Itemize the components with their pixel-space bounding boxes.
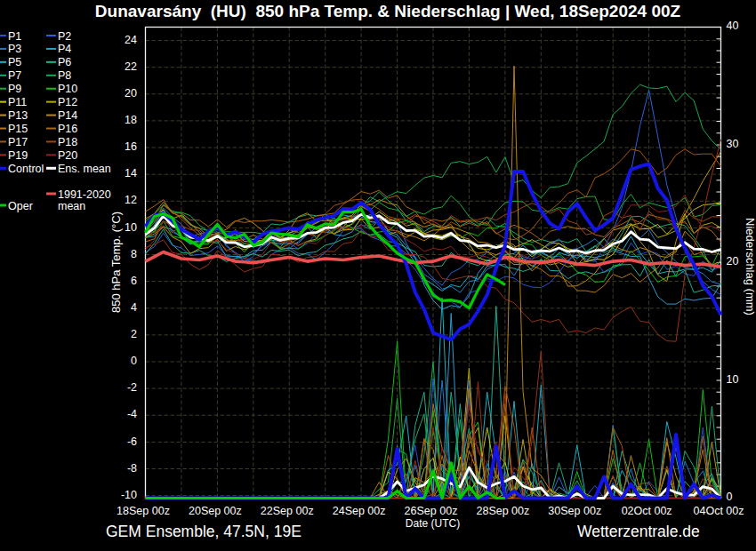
svg-text:24: 24 bbox=[125, 34, 137, 46]
svg-text:1991-2020: 1991-2020 bbox=[58, 188, 111, 201]
svg-text:P20: P20 bbox=[58, 149, 77, 162]
svg-text:8: 8 bbox=[131, 248, 137, 260]
svg-text:20: 20 bbox=[125, 87, 137, 100]
svg-text:-2: -2 bbox=[127, 381, 137, 394]
svg-text:0: 0 bbox=[131, 355, 137, 367]
svg-text:P1: P1 bbox=[8, 30, 21, 43]
svg-text:-10: -10 bbox=[121, 489, 137, 501]
svg-text:Dunavarsány (HU) 850 hPa Tem: Dunavarsány (HU) 850 hPa Temp. & Nieders… bbox=[95, 2, 681, 20]
svg-text:0: 0 bbox=[727, 491, 733, 503]
svg-text:P7: P7 bbox=[8, 69, 21, 82]
svg-text:P13: P13 bbox=[8, 109, 28, 122]
svg-text:40: 40 bbox=[727, 20, 739, 32]
svg-text:P17: P17 bbox=[8, 136, 28, 148]
svg-text:Date (UTC): Date (UTC) bbox=[406, 517, 460, 530]
svg-text:2: 2 bbox=[131, 328, 137, 340]
svg-text:4: 4 bbox=[131, 301, 137, 314]
svg-text:-4: -4 bbox=[127, 408, 137, 420]
svg-text:Ens. mean: Ens. mean bbox=[58, 163, 111, 175]
svg-text:16: 16 bbox=[125, 140, 137, 153]
svg-text:02Oct 00z: 02Oct 00z bbox=[622, 505, 672, 517]
svg-text:-8: -8 bbox=[127, 462, 137, 475]
svg-text:P15: P15 bbox=[8, 123, 28, 135]
svg-text:18Sep 00z: 18Sep 00z bbox=[117, 505, 170, 517]
svg-text:P2: P2 bbox=[58, 30, 71, 43]
svg-text:P6: P6 bbox=[58, 56, 71, 68]
svg-text:6: 6 bbox=[131, 275, 137, 287]
svg-text:Niederschlag (mm): Niederschlag (mm) bbox=[744, 218, 756, 315]
svg-text:30: 30 bbox=[727, 138, 739, 150]
svg-text:P16: P16 bbox=[58, 123, 77, 135]
svg-text:P3: P3 bbox=[8, 43, 21, 55]
svg-text:850 hPa Temp. (°C): 850 hPa Temp. (°C) bbox=[109, 212, 123, 313]
svg-text:P5: P5 bbox=[8, 56, 21, 68]
svg-text:20: 20 bbox=[727, 255, 739, 268]
svg-text:26Sep 00z: 26Sep 00z bbox=[405, 505, 458, 517]
svg-text:12: 12 bbox=[125, 194, 137, 206]
svg-text:18: 18 bbox=[125, 114, 137, 126]
svg-text:Control: Control bbox=[8, 163, 44, 175]
svg-text:P11: P11 bbox=[8, 96, 27, 108]
svg-text:Oper: Oper bbox=[8, 200, 33, 212]
svg-text:P4: P4 bbox=[58, 43, 71, 55]
svg-text:14: 14 bbox=[125, 167, 137, 180]
svg-text:P12: P12 bbox=[58, 96, 77, 108]
svg-text:Wetterzentrale.de: Wetterzentrale.de bbox=[577, 523, 700, 540]
svg-text:P10: P10 bbox=[58, 83, 77, 95]
svg-text:P19: P19 bbox=[8, 149, 28, 162]
svg-text:P14: P14 bbox=[58, 109, 77, 122]
svg-text:04Oct 00z: 04Oct 00z bbox=[694, 505, 744, 517]
svg-text:22: 22 bbox=[125, 60, 137, 73]
svg-text:10: 10 bbox=[727, 373, 739, 386]
svg-text:GEM Ensemble, 47.5N, 19E: GEM Ensemble, 47.5N, 19E bbox=[106, 523, 302, 540]
svg-text:mean: mean bbox=[58, 200, 85, 212]
svg-text:22Sep 00z: 22Sep 00z bbox=[261, 505, 314, 517]
svg-text:28Sep 00z: 28Sep 00z bbox=[476, 505, 529, 517]
svg-text:30Sep 00z: 30Sep 00z bbox=[548, 505, 601, 517]
svg-text:P9: P9 bbox=[8, 83, 21, 95]
svg-text:20Sep 00z: 20Sep 00z bbox=[189, 505, 242, 517]
svg-text:-6: -6 bbox=[127, 435, 137, 448]
svg-text:P18: P18 bbox=[58, 136, 77, 148]
svg-text:10: 10 bbox=[125, 221, 137, 234]
svg-text:P8: P8 bbox=[58, 69, 71, 82]
svg-text:24Sep 00z: 24Sep 00z bbox=[333, 505, 386, 517]
